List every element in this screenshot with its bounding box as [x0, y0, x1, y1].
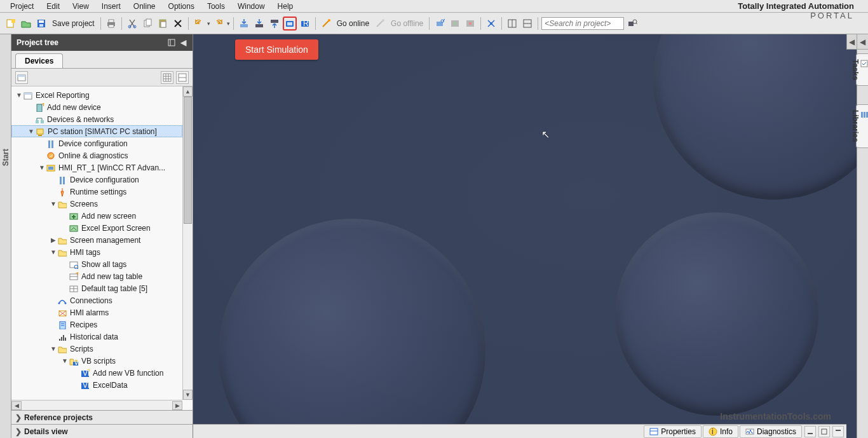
panel-max-button[interactable]: [818, 426, 830, 437]
menu-view[interactable]: View: [66, 0, 95, 13]
split-h-button[interactable]: [505, 17, 519, 31]
start-runtime-button[interactable]: RT: [298, 17, 312, 31]
collapse-icon[interactable]: ▼: [61, 357, 69, 364]
tree-item-add-vb[interactable]: ▶VB+Add new VB function: [11, 367, 182, 379]
diagnostics-tab[interactable]: Diagnostics: [740, 425, 802, 438]
menu-options[interactable]: Options: [162, 0, 201, 13]
tree-item-folder[interactable]: ▼Screens: [11, 198, 182, 210]
collapse-icon[interactable]: ▼: [38, 164, 46, 171]
collapse-icon[interactable]: ▼: [15, 92, 23, 99]
start-tab[interactable]: Start: [1, 149, 10, 166]
split-v-button[interactable]: [520, 17, 534, 31]
tree-item-add-device[interactable]: ▶+Add new device: [11, 101, 182, 113]
start-simulation-button[interactable]: [283, 17, 297, 31]
collapse-icon[interactable]: ▼: [50, 200, 57, 207]
tasks-tab[interactable]: Tasks: [856, 53, 868, 86]
scroll-down[interactable]: ▼: [183, 390, 193, 400]
undo-dropdown[interactable]: ▾: [207, 20, 210, 27]
right-expand-icon[interactable]: ◀: [857, 34, 868, 50]
tree-toolbar-button[interactable]: [15, 71, 28, 84]
stage-collapse-icon[interactable]: ◀: [846, 34, 857, 50]
tab-devices[interactable]: Devices: [15, 53, 63, 68]
details-view-accordion[interactable]: ❯ Details view: [11, 424, 193, 438]
tree-item-vb-script[interactable]: ▶VBExcelData: [11, 379, 182, 391]
tree-detail-button[interactable]: [176, 71, 189, 84]
tree-item-online-diag[interactable]: ▶Online & diagnostics: [11, 149, 182, 161]
scroll-left[interactable]: ◀: [11, 401, 22, 410]
tree-item-pc-station[interactable]: ▼PC station [SIMATIC PC station]: [11, 125, 182, 137]
tree-item-connections[interactable]: ▶Connections: [11, 294, 182, 306]
info-tab[interactable]: i Info: [703, 425, 738, 438]
open-project-button[interactable]: [19, 17, 33, 31]
panel-min-button[interactable]: [804, 426, 816, 437]
go-online-icon[interactable]: [319, 17, 333, 31]
upload-button[interactable]: [268, 17, 281, 31]
tree-item-folder[interactable]: ▼HMI tags: [11, 246, 182, 258]
tree-item-folder[interactable]: ▶Screen management: [11, 234, 182, 246]
tree-item-add-screen[interactable]: ▶Add new screen: [11, 210, 182, 222]
download-sw-button[interactable]: [252, 17, 266, 31]
tree-item-project[interactable]: ▼Excel Reporting: [11, 89, 182, 101]
print-button[interactable]: [104, 17, 118, 31]
start-cpu-button[interactable]: [448, 17, 462, 31]
menu-project[interactable]: Project: [4, 0, 40, 13]
menu-tools[interactable]: Tools: [201, 0, 231, 13]
tree-item-device-config[interactable]: ▶Device configuration: [11, 174, 182, 186]
start-simulation-callout[interactable]: Start Simulation: [235, 39, 318, 60]
menu-online[interactable]: Online: [127, 0, 162, 13]
redo-dropdown[interactable]: ▾: [227, 20, 230, 27]
panel-collapse-icon[interactable]: ◀: [179, 38, 187, 47]
go-online-label[interactable]: Go online: [334, 19, 372, 28]
panel-restore-button[interactable]: [832, 426, 844, 437]
tree-item-tag-table[interactable]: ▶Default tag table [5]: [11, 282, 182, 294]
tree-item-vb-folder[interactable]: ▼VBVB scripts: [11, 355, 182, 367]
copy-button[interactable]: [140, 17, 154, 31]
expand-icon[interactable]: ▶: [50, 236, 57, 243]
tree-item-devices-networks[interactable]: ▶Devices & networks: [11, 113, 182, 125]
redo-button[interactable]: [212, 17, 226, 31]
tree-item-add-tag-table[interactable]: ▶+Add new tag table: [11, 270, 182, 282]
search-input[interactable]: [541, 17, 624, 30]
collapse-icon[interactable]: ▼: [50, 249, 57, 256]
save-button[interactable]: [34, 17, 48, 31]
menu-edit[interactable]: Edit: [40, 0, 66, 13]
tree-item-device-config[interactable]: ▶Device configuration: [11, 137, 182, 149]
tree-item-hmi-rt[interactable]: ▼HMI_RT_1 [WinCC RT Advan...: [11, 161, 182, 174]
panel-layout-icon[interactable]: [167, 38, 176, 47]
stop-cpu-button[interactable]: [463, 17, 477, 31]
cross-ref-button[interactable]: [484, 17, 498, 31]
scroll-up[interactable]: ▲: [183, 86, 193, 97]
undo-button[interactable]: [192, 17, 206, 31]
tree-item-runtime-settings[interactable]: ▶Runtime settings: [11, 186, 182, 198]
download-hw-button[interactable]: [237, 17, 251, 31]
menu-insert[interactable]: Insert: [95, 0, 127, 13]
collapse-icon[interactable]: ▼: [50, 345, 57, 352]
tree-item-folder[interactable]: ▼Scripts: [11, 343, 182, 355]
tree-item-historical[interactable]: ▶Historical data: [11, 331, 182, 343]
tree-item-show-tags[interactable]: ▶Show all tags: [11, 258, 182, 270]
menu-help[interactable]: Help: [271, 0, 300, 13]
delete-button[interactable]: [171, 17, 185, 31]
reference-projects-accordion[interactable]: ❯ Reference projects: [11, 410, 193, 424]
project-tree[interactable]: ▼Excel Reporting▶+Add new device▶Devices…: [11, 86, 182, 400]
menu-window[interactable]: Window: [231, 0, 271, 13]
search-go-button[interactable]: [625, 17, 639, 31]
tree-vscroll[interactable]: ▲ ▼: [182, 86, 193, 400]
scroll-right[interactable]: ▶: [172, 401, 182, 410]
tree-item-hmi-alarms[interactable]: ▶HMI alarms: [11, 306, 182, 318]
tree-grid-button[interactable]: [161, 71, 173, 84]
collapse-icon[interactable]: ▼: [27, 128, 35, 135]
libraries-tab[interactable]: Libraries: [856, 104, 868, 148]
left-strip[interactable]: Start: [0, 34, 11, 438]
tree-item-recipes[interactable]: ▶Recipes: [11, 318, 182, 331]
cut-button[interactable]: [125, 17, 139, 31]
paste-button[interactable]: [156, 17, 170, 31]
new-project-button[interactable]: [4, 17, 18, 31]
vb-folder-icon: VB: [69, 356, 79, 366]
accessible-devices-button[interactable]: ?: [433, 17, 447, 31]
properties-tab[interactable]: Properties: [644, 425, 702, 438]
tree-hscroll[interactable]: ◀ ▶: [11, 400, 182, 410]
svg-rect-96: [808, 433, 813, 434]
scroll-thumb[interactable]: [184, 97, 192, 224]
tree-item-screen[interactable]: ▶Excel Export Screen: [11, 222, 182, 234]
